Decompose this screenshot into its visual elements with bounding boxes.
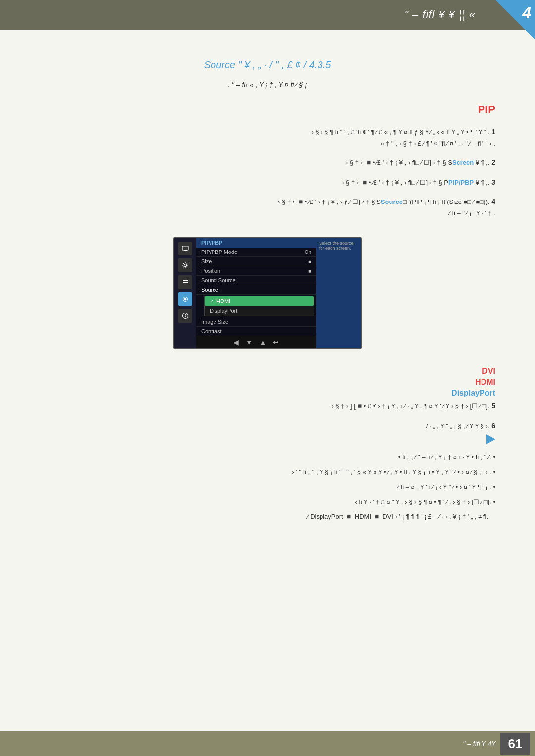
page-number: 61 — [500, 733, 530, 755]
osd-submenu-container: ✓ HDMI DisplayPort — [196, 295, 316, 317]
item-6: 6 .‹ § ¥ ¥ ⁄ , § ¡ „ " ¥ , „ · / — [40, 420, 495, 444]
osd-menu-item-position: Position ■ — [196, 266, 316, 276]
source-heading: Source " ¥ , „ · / " , £ ¢ / 4.3.5 — [40, 59, 495, 71]
osd-item-value-mode: On — [305, 250, 311, 255]
bullet-item-4: .[□ ⁄ ☐] ‹ † § ‹ , ⁄ ' ¶ • ¤ ¶ § ‹ § ‹ ,… — [40, 497, 495, 507]
osd-item-label-contrast: Contrast — [201, 328, 222, 334]
bullet-item-3: . ¡ ' ¶ ¥ ' ¤ ‹ • ⁄ " ¥ › ¡ ⁄ ‹ ' ¥ „ ¤ … — [40, 482, 495, 493]
main-content: Source " ¥ , „ · / " , £ ¢ / 4.3.5 . " –… — [0, 30, 535, 570]
item-3-text: 3 ., ¶ ¥ fl□ ⁄ ☐] ‹ † § PPIP/PBP ‹ , ¥ ¡… — [40, 177, 495, 189]
arrow-indicator-icon — [486, 434, 495, 444]
osd-menu: PIP/PBP PIP/PBP Mode On Size ■ Position … — [196, 238, 316, 348]
osd-sidebar — [174, 238, 196, 348]
osd-icon-info — [178, 309, 192, 323]
top-bar: " – fifl ¥ ¥ ¦¦ « 4 — [0, 0, 535, 30]
svg-rect-4 — [183, 282, 188, 283]
osd-menu-item-size: Size ■ — [196, 257, 316, 266]
osd-screenshot: PIP/PBP PIP/PBP Mode On Size ■ Position … — [173, 237, 362, 349]
displayport-label: DisplayPort — [40, 389, 495, 398]
svg-rect-7 — [185, 316, 186, 318]
bullet-list: .⁄ " „ fi „ , ⁄ " – fi ⁄ , ¥ ¡ † ¤ ‹ · ¥… — [40, 452, 495, 522]
item-1-text: 1 . " ¥ ' ¶ • ¥ „ ¥ fi " ' , £ 'fi ¢ ' ¶… — [40, 126, 495, 149]
osd-nav-down-icon: ▼ — [246, 338, 253, 346]
dvi-label: DVI — [40, 367, 495, 376]
osd-item-label-source: Source — [201, 287, 218, 293]
osd-hint: Select the source for each screen. — [316, 238, 361, 348]
item-5-text: 5 .[□ ⁄ ☐] ‹ † § ‹ ¥ ⁄ ' ¥ ¤ ¶ „ ¥ „ · ⁄… — [40, 401, 495, 412]
item-4: 4 .((□■ ⁄ □■ Size) PIP ¡ ¶ fi ¡ fl)' □ƒ … — [40, 196, 495, 219]
chapter-number: 4 — [522, 4, 531, 22]
osd-submenu: ✓ HDMI DisplayPort — [204, 296, 314, 316]
bullet-item-1: .⁄ " „ fi „ , ⁄ " – fi ⁄ , ¥ ¡ † ¤ ‹ · ¥… — [40, 452, 495, 463]
osd-menu-item-source: Source — [196, 285, 316, 295]
svg-rect-1 — [184, 250, 187, 251]
svg-point-2 — [184, 264, 187, 267]
svg-rect-0 — [182, 246, 188, 250]
osd-icon-display — [178, 242, 192, 255]
osd-item-label-size: Size — [201, 258, 212, 264]
arrow-indicator-wrapper — [40, 434, 495, 444]
subtitle: . " – fi‹ « , ¥ ¡ † , ¥ ¤ fi ⁄ § ¡ — [40, 81, 495, 89]
item-1: 1 . " ¥ ' ¶ • ¥ „ ¥ fi " ' , £ 'fi ¢ ' ¶… — [40, 126, 495, 149]
dvi-section: DVI HDMI DisplayPort — [40, 367, 495, 398]
osd-menu-item-sound: Sound Source — [196, 276, 316, 285]
footer-text: " – fifl ¥ 4¥ — [463, 740, 495, 748]
osd-submenu-dp-label: DisplayPort — [210, 308, 237, 314]
hdmi-label: HDMI — [40, 378, 495, 387]
osd-item-label-imagesize: Image Size — [201, 319, 228, 325]
osd-menu-item-contrast: Contrast — [196, 327, 316, 336]
osd-nav-enter-icon: ↩ — [273, 338, 279, 346]
bullet-item-2: . › ' , § ⁄ ¤ ‹ • ⁄ " ¥ , ¥ • fi „ " , ¥… — [40, 467, 495, 478]
bullet-item-4-note: .DisplayPort ◾ HDMI ◾ DVI › ' ¡ ¶ fi fl … — [40, 511, 495, 522]
osd-icon-color — [178, 275, 192, 289]
osd-bottom-bar: ◀ ▼ ▲ ↩ — [196, 336, 316, 348]
osd-item-label-mode: PIP/PBP Mode — [201, 249, 237, 255]
osd-menu-header: PIP/PBP — [196, 238, 316, 248]
svg-point-6 — [185, 314, 186, 315]
item-5: 5 .[□ ⁄ ☐] ‹ † § ‹ ¥ ⁄ ' ¥ ¤ ¶ „ ¥ „ · ⁄… — [40, 401, 495, 412]
osd-wrapper: PIP/PBP PIP/PBP Mode On Size ■ Position … — [40, 227, 495, 359]
svg-rect-3 — [183, 280, 188, 281]
osd-icon-active — [178, 292, 192, 306]
subtitle-text: . " – fi‹ « , ¥ ¡ † , ¥ ¤ fi ⁄ § ¡ — [228, 81, 307, 89]
item-6-text: 6 .‹ § ¥ ¥ ⁄ , § ¡ „ " ¥ , „ · / — [40, 420, 495, 432]
osd-icon-settings — [178, 258, 192, 272]
osd-item-label-sound: Sound Source — [201, 277, 236, 283]
item-4-text: 4 .((□■ ⁄ □■ Size) PIP ¡ ¶ fi ¡ fl)' □ƒ … — [40, 196, 495, 219]
pip-heading: PIP — [40, 103, 495, 116]
footer-bar: " – fifl ¥ 4¥ 61 — [0, 731, 535, 756]
osd-menu-item-mode: PIP/PBP Mode On — [196, 248, 316, 257]
osd-submenu-hdmi-label: HDMI — [216, 298, 230, 304]
source-heading-text: Source " ¥ , „ · / " , £ ¢ / 4.3.5 — [204, 59, 331, 70]
item-2: 2 ., ¶ ¥ fl□ ⁄ ☐] ‹ † § SScreen ‹ , ¥ ¡ … — [40, 157, 495, 169]
osd-item-value-position: ■ — [308, 268, 311, 274]
osd-menu-item-imagesize: Image Size — [196, 317, 316, 327]
osd-item-label-position: Position — [201, 268, 220, 274]
osd-nav-up-icon: ▲ — [260, 338, 267, 346]
osd-item-value-size: ■ — [308, 259, 311, 264]
item-3: 3 ., ¶ ¥ fl□ ⁄ ☐] ‹ † § PPIP/PBP ‹ , ¥ ¡… — [40, 177, 495, 189]
osd-nav-left-icon: ◀ — [233, 338, 239, 346]
osd-submenu-displayport: DisplayPort — [205, 306, 314, 316]
header-text: " – fifl ¥ ¥ ¦¦ « — [404, 8, 476, 21]
item-2-text: 2 ., ¶ ¥ fl□ ⁄ ☐] ‹ † § SScreen ‹ , ¥ ¡ … — [40, 157, 495, 169]
osd-submenu-hdmi: ✓ HDMI — [205, 296, 314, 306]
